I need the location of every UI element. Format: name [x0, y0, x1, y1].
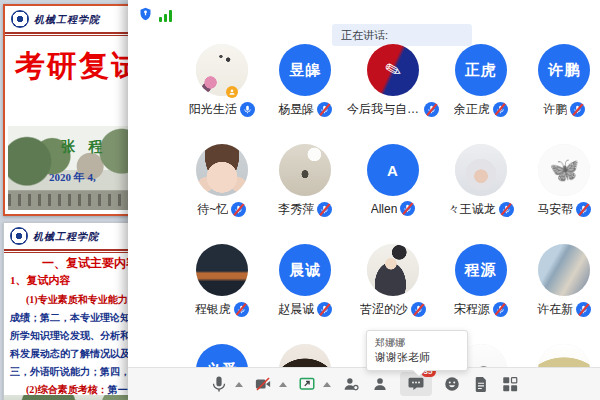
- camera-off-icon: [254, 375, 272, 393]
- participant-name: 杨昱皞: [278, 101, 314, 118]
- participant-name: 々王诚龙: [448, 201, 496, 218]
- participant-tile[interactable]: 阳光生活: [180, 36, 264, 136]
- participant-avatar: A: [367, 144, 419, 196]
- participant-avatar: 晨诚: [279, 244, 331, 296]
- share-options-caret[interactable]: [323, 382, 331, 387]
- mic-muted-icon: [231, 202, 246, 217]
- security-shield-icon[interactable]: [138, 6, 153, 22]
- participant-name: 许鹏: [543, 101, 567, 118]
- smiley-icon: [443, 375, 461, 393]
- network-signal-icon[interactable]: [159, 10, 172, 22]
- avatar-initials: 程源: [465, 261, 497, 280]
- docs-button[interactable]: [472, 375, 490, 393]
- mic-muted-icon: [493, 102, 508, 117]
- participant-name: 待~忆: [197, 201, 228, 218]
- slide1-presenter: 张 程: [61, 138, 108, 156]
- participant-name: 余正虎: [454, 101, 490, 118]
- participant-avatar: [367, 244, 419, 296]
- participant-name: 程银虎: [195, 301, 231, 318]
- participant-tile[interactable]: 正虎余正虎: [439, 36, 523, 136]
- participant-tile[interactable]: 李秀萍: [264, 136, 348, 236]
- mic-muted-icon: [234, 302, 249, 317]
- participants-icon: [371, 375, 389, 393]
- meeting-window: 正在讲话: 阳光生活昱皞杨昱皞✎今后我与自己流...正虎余正虎许鹏许鹏待~忆李秀…: [128, 0, 600, 400]
- participant-name: 今后我与自己流...: [347, 101, 421, 118]
- invite-button[interactable]: [342, 375, 360, 393]
- mic-muted-icon: [576, 202, 591, 217]
- participant-name: Allen: [371, 202, 398, 216]
- slide2-subheading: 1、复试内容: [10, 273, 71, 288]
- mic-muted-icon: [317, 302, 332, 317]
- avatar-initials: 正虎: [465, 61, 497, 80]
- mic-muted-icon: [411, 302, 426, 317]
- chat-toast: 郑娜娜 谢谢张老师: [366, 330, 468, 371]
- participants-button[interactable]: [371, 375, 389, 393]
- participant-avatar: [455, 144, 507, 196]
- participant-avatar: 🦋: [538, 144, 590, 196]
- mic-muted-icon: [317, 102, 332, 117]
- participant-tile[interactable]: 苦涩的沙: [347, 236, 439, 336]
- avatar-initials: 昱皞: [289, 61, 321, 80]
- reactions-button[interactable]: [443, 375, 461, 393]
- avatar-initials: 许鹏: [548, 61, 580, 80]
- screen-share-icon: [298, 375, 316, 393]
- participant-tile[interactable]: 程银虎: [180, 236, 264, 336]
- host-badge-icon: [226, 86, 238, 98]
- participant-avatar: [196, 44, 248, 96]
- participant-avatar: 正虎: [455, 44, 507, 96]
- mic-muted-icon: [493, 302, 508, 317]
- school-emblem-icon: [11, 10, 29, 28]
- participant-name: 宋程源: [454, 301, 490, 318]
- participant-tile[interactable]: AAllen: [347, 136, 439, 236]
- participant-tile[interactable]: 待~忆: [180, 136, 264, 236]
- screen: 机械工程学院 科 考研复试 张 程 2020 年 4, 机械工程学院 科 一、复…: [0, 0, 600, 400]
- participant-name: 赵晨诚: [278, 301, 314, 318]
- microphone-button[interactable]: [210, 375, 228, 393]
- slide1-date: 2020 年 4,: [49, 170, 96, 185]
- participant-tile[interactable]: 程源宋程源: [439, 236, 523, 336]
- slide1-title: 考研复试: [15, 46, 143, 87]
- chat-toast-sender: 郑娜娜: [375, 335, 459, 350]
- microphone-icon: [210, 375, 228, 393]
- participant-avatar: 程源: [455, 244, 507, 296]
- participant-tile[interactable]: 晨诚赵晨诚: [264, 236, 348, 336]
- participant-name: 许在新: [537, 301, 573, 318]
- mic-options-caret[interactable]: [235, 382, 243, 387]
- school-emblem-icon: [10, 227, 28, 245]
- meeting-toolbar: 35: [128, 367, 600, 400]
- school-name: 机械工程学院: [33, 230, 99, 244]
- avatar-glyph-icon: 🦋: [549, 156, 579, 184]
- school-name: 机械工程学院: [34, 13, 100, 27]
- meeting-statusbar: [138, 6, 172, 22]
- participant-avatar: 许鹏: [538, 44, 590, 96]
- mic-muted-icon: [400, 201, 415, 216]
- mic-muted-icon: [499, 202, 514, 217]
- mic-muted-icon: [570, 102, 585, 117]
- participant-name: 李秀萍: [278, 201, 314, 218]
- screen-share-button[interactable]: [298, 375, 316, 393]
- participant-avatar: [196, 144, 248, 196]
- invite-member-icon: [342, 375, 360, 393]
- participant-tile[interactable]: 昱皞杨昱皞: [264, 36, 348, 136]
- avatar-initials: 晨诚: [289, 261, 321, 280]
- participant-tile[interactable]: 🦋马安帮: [523, 136, 600, 236]
- participant-tile[interactable]: 々王诚龙: [439, 136, 523, 236]
- slide2-heading: 一、复试主要内容: [42, 255, 138, 272]
- participant-tile[interactable]: 许鹏许鹏: [523, 36, 600, 136]
- camera-off-button[interactable]: [254, 375, 272, 393]
- participant-tile[interactable]: 许在新: [523, 236, 600, 336]
- participant-name: 阳光生活: [189, 101, 237, 118]
- layout-switch-button[interactable]: [501, 375, 519, 393]
- camera-options-caret[interactable]: [279, 382, 287, 387]
- participant-avatar: ✎: [367, 44, 419, 96]
- mic-muted-icon: [317, 202, 332, 217]
- layout-grid-icon: [501, 375, 519, 393]
- mic-muted-icon: [576, 302, 591, 317]
- participant-avatar: [279, 144, 331, 196]
- participant-tile[interactable]: ✎今后我与自己流...: [347, 36, 439, 136]
- participant-avatar: [538, 244, 590, 296]
- mic-on-icon: [240, 102, 255, 117]
- chat-icon: [407, 375, 425, 393]
- document-icon: [472, 375, 490, 393]
- mic-muted-icon: [424, 102, 439, 117]
